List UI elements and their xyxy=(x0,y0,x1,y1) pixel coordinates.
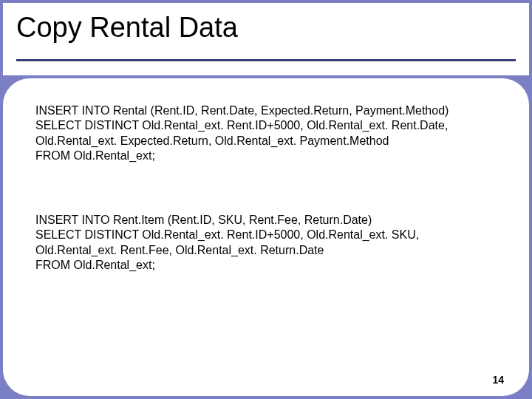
sql-line: SELECT DISTINCT Old.Rental_ext. Rent.ID+… xyxy=(35,118,497,133)
sql-block-1: INSERT INTO Rental (Rent.ID, Rent.Date, … xyxy=(35,103,497,164)
title-area: Copy Rental Data xyxy=(3,3,529,75)
slide: Copy Rental Data INSERT INTO Rental (Ren… xyxy=(0,0,532,399)
page-number: 14 xyxy=(492,374,504,386)
sql-line: INSERT INTO Rental (Rent.ID, Rent.Date, … xyxy=(35,103,497,118)
body-area: INSERT INTO Rental (Rent.ID, Rent.Date, … xyxy=(3,78,529,396)
sql-line: SELECT DISTINCT Old.Rental_ext. Rent.ID+… xyxy=(35,228,497,242)
sql-line: Old.Rental_ext. Expected.Return, Old.Ren… xyxy=(35,134,497,149)
sql-line: Old.Rental_ext. Rent.Fee, Old.Rental_ext… xyxy=(35,243,497,258)
title-underline xyxy=(16,59,516,61)
sql-line: FROM Old.Rental_ext; xyxy=(35,149,497,163)
content: INSERT INTO Rental (Rent.ID, Rent.Date, … xyxy=(35,103,497,273)
sql-block-2: INSERT INTO Rent.Item (Rent.ID, SKU, Ren… xyxy=(35,213,497,273)
sql-line: FROM Old.Rental_ext; xyxy=(35,258,497,273)
sql-line: INSERT INTO Rent.Item (Rent.ID, SKU, Ren… xyxy=(35,213,497,228)
slide-title: Copy Rental Data xyxy=(16,12,238,44)
